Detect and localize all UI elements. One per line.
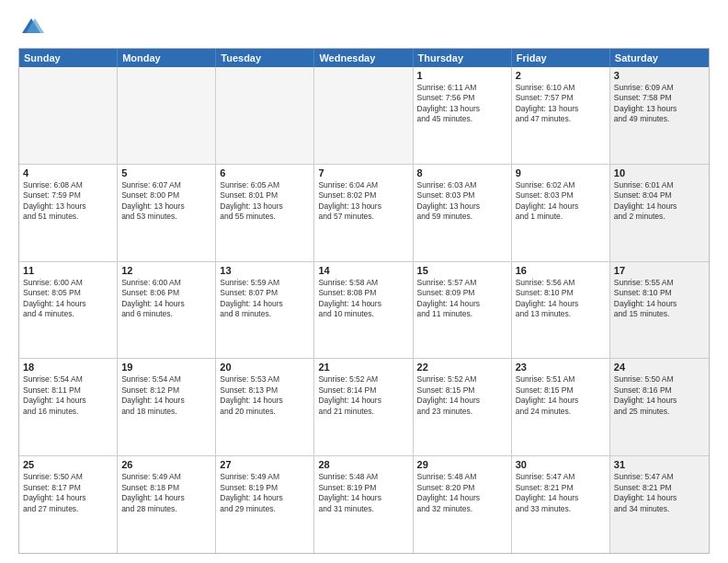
day-8: 8Sunrise: 6:03 AM Sunset: 8:03 PM Daylig… bbox=[414, 165, 512, 261]
day-13: 13Sunrise: 5:59 AM Sunset: 8:07 PM Dayli… bbox=[216, 262, 314, 359]
calendar: SundayMondayTuesdayWednesdayThursdayFrid… bbox=[18, 48, 710, 554]
logo-icon bbox=[18, 15, 44, 40]
day-23: 23Sunrise: 5:51 AM Sunset: 8:15 PM Dayli… bbox=[512, 359, 610, 455]
day-18: 18Sunrise: 5:54 AM Sunset: 8:11 PM Dayli… bbox=[19, 359, 118, 455]
day-15: 15Sunrise: 5:57 AM Sunset: 8:09 PM Dayli… bbox=[414, 262, 512, 359]
day-26: 26Sunrise: 5:49 AM Sunset: 8:18 PM Dayli… bbox=[118, 456, 216, 553]
day-info: Sunrise: 5:47 AM Sunset: 8:21 PM Dayligh… bbox=[614, 472, 705, 514]
day-info: Sunrise: 6:02 AM Sunset: 8:03 PM Dayligh… bbox=[516, 180, 606, 223]
day-info: Sunrise: 5:48 AM Sunset: 8:19 PM Dayligh… bbox=[318, 472, 408, 514]
calendar-row-3: 11Sunrise: 6:00 AM Sunset: 8:05 PM Dayli… bbox=[19, 261, 709, 359]
calendar-row-2: 4Sunrise: 6:08 AM Sunset: 7:59 PM Daylig… bbox=[19, 164, 709, 261]
calendar-body: 1Sunrise: 6:11 AM Sunset: 7:56 PM Daylig… bbox=[19, 67, 709, 553]
header-sunday: Sunday bbox=[19, 49, 118, 67]
day-number: 29 bbox=[417, 459, 507, 470]
day-28: 28Sunrise: 5:48 AM Sunset: 8:19 PM Dayli… bbox=[314, 456, 413, 553]
logo bbox=[18, 15, 48, 40]
day-number: 13 bbox=[220, 265, 310, 276]
day-info: Sunrise: 5:47 AM Sunset: 8:21 PM Dayligh… bbox=[516, 472, 606, 514]
day-number: 17 bbox=[614, 265, 705, 276]
day-1: 1Sunrise: 6:11 AM Sunset: 7:56 PM Daylig… bbox=[414, 67, 512, 164]
empty-cell bbox=[216, 67, 314, 164]
day-number: 12 bbox=[121, 265, 211, 276]
day-number: 26 bbox=[121, 459, 211, 470]
day-number: 4 bbox=[23, 167, 113, 178]
day-11: 11Sunrise: 6:00 AM Sunset: 8:05 PM Dayli… bbox=[19, 262, 118, 359]
day-24: 24Sunrise: 5:50 AM Sunset: 8:16 PM Dayli… bbox=[610, 359, 709, 455]
day-21: 21Sunrise: 5:52 AM Sunset: 8:14 PM Dayli… bbox=[314, 359, 413, 455]
day-number: 14 bbox=[318, 265, 408, 276]
day-number: 24 bbox=[614, 362, 705, 373]
day-number: 25 bbox=[23, 459, 113, 470]
day-10: 10Sunrise: 6:01 AM Sunset: 8:04 PM Dayli… bbox=[610, 165, 709, 261]
day-9: 9Sunrise: 6:02 AM Sunset: 8:03 PM Daylig… bbox=[512, 165, 610, 261]
day-16: 16Sunrise: 5:56 AM Sunset: 8:10 PM Dayli… bbox=[512, 262, 610, 359]
page: SundayMondayTuesdayWednesdayThursdayFrid… bbox=[0, 0, 728, 563]
day-27: 27Sunrise: 5:49 AM Sunset: 8:19 PM Dayli… bbox=[216, 456, 314, 553]
day-17: 17Sunrise: 5:55 AM Sunset: 8:10 PM Dayli… bbox=[610, 262, 709, 359]
empty-cell bbox=[118, 67, 216, 164]
day-info: Sunrise: 6:09 AM Sunset: 7:58 PM Dayligh… bbox=[614, 83, 705, 125]
day-info: Sunrise: 6:11 AM Sunset: 7:56 PM Dayligh… bbox=[417, 83, 507, 125]
day-22: 22Sunrise: 5:52 AM Sunset: 8:15 PM Dayli… bbox=[414, 359, 512, 455]
header-thursday: Thursday bbox=[414, 49, 512, 67]
day-info: Sunrise: 6:07 AM Sunset: 8:00 PM Dayligh… bbox=[121, 180, 211, 223]
header-friday: Friday bbox=[512, 49, 610, 67]
day-4: 4Sunrise: 6:08 AM Sunset: 7:59 PM Daylig… bbox=[19, 165, 118, 261]
day-info: Sunrise: 5:56 AM Sunset: 8:10 PM Dayligh… bbox=[516, 278, 606, 320]
day-number: 30 bbox=[516, 459, 606, 470]
header bbox=[18, 15, 710, 40]
day-info: Sunrise: 5:59 AM Sunset: 8:07 PM Dayligh… bbox=[220, 278, 310, 320]
day-info: Sunrise: 5:52 AM Sunset: 8:15 PM Dayligh… bbox=[417, 374, 507, 417]
day-info: Sunrise: 6:10 AM Sunset: 7:57 PM Dayligh… bbox=[516, 83, 606, 125]
day-info: Sunrise: 5:50 AM Sunset: 8:17 PM Dayligh… bbox=[23, 472, 113, 514]
day-3: 3Sunrise: 6:09 AM Sunset: 7:58 PM Daylig… bbox=[610, 67, 709, 164]
day-info: Sunrise: 5:58 AM Sunset: 8:08 PM Dayligh… bbox=[318, 278, 408, 320]
day-19: 19Sunrise: 5:54 AM Sunset: 8:12 PM Dayli… bbox=[118, 359, 216, 455]
day-info: Sunrise: 6:00 AM Sunset: 8:06 PM Dayligh… bbox=[121, 278, 211, 320]
calendar-row-1: 1Sunrise: 6:11 AM Sunset: 7:56 PM Daylig… bbox=[19, 67, 709, 164]
day-14: 14Sunrise: 5:58 AM Sunset: 8:08 PM Dayli… bbox=[314, 262, 413, 359]
day-number: 31 bbox=[614, 459, 705, 470]
day-number: 28 bbox=[318, 459, 408, 470]
day-info: Sunrise: 5:52 AM Sunset: 8:14 PM Dayligh… bbox=[318, 374, 408, 417]
day-7: 7Sunrise: 6:04 AM Sunset: 8:02 PM Daylig… bbox=[314, 165, 413, 261]
day-number: 10 bbox=[614, 167, 705, 178]
calendar-row-5: 25Sunrise: 5:50 AM Sunset: 8:17 PM Dayli… bbox=[19, 455, 709, 553]
day-number: 2 bbox=[516, 70, 606, 81]
empty-cell bbox=[314, 67, 413, 164]
day-info: Sunrise: 6:00 AM Sunset: 8:05 PM Dayligh… bbox=[23, 278, 113, 320]
day-number: 5 bbox=[121, 167, 211, 178]
day-info: Sunrise: 6:04 AM Sunset: 8:02 PM Dayligh… bbox=[318, 180, 408, 223]
day-number: 19 bbox=[121, 362, 211, 373]
day-info: Sunrise: 5:51 AM Sunset: 8:15 PM Dayligh… bbox=[516, 374, 606, 417]
day-number: 9 bbox=[516, 167, 606, 178]
day-29: 29Sunrise: 5:48 AM Sunset: 8:20 PM Dayli… bbox=[414, 456, 512, 553]
header-saturday: Saturday bbox=[610, 49, 709, 67]
day-number: 11 bbox=[23, 265, 113, 276]
header-monday: Monday bbox=[118, 49, 216, 67]
day-info: Sunrise: 5:54 AM Sunset: 8:11 PM Dayligh… bbox=[23, 374, 113, 417]
day-number: 16 bbox=[516, 265, 606, 276]
day-30: 30Sunrise: 5:47 AM Sunset: 8:21 PM Dayli… bbox=[512, 456, 610, 553]
day-info: Sunrise: 5:53 AM Sunset: 8:13 PM Dayligh… bbox=[220, 374, 310, 417]
day-20: 20Sunrise: 5:53 AM Sunset: 8:13 PM Dayli… bbox=[216, 359, 314, 455]
day-31: 31Sunrise: 5:47 AM Sunset: 8:21 PM Dayli… bbox=[610, 456, 709, 553]
day-5: 5Sunrise: 6:07 AM Sunset: 8:00 PM Daylig… bbox=[118, 165, 216, 261]
day-number: 20 bbox=[220, 362, 310, 373]
header-tuesday: Tuesday bbox=[216, 49, 314, 67]
day-12: 12Sunrise: 6:00 AM Sunset: 8:06 PM Dayli… bbox=[118, 262, 216, 359]
day-number: 27 bbox=[220, 459, 310, 470]
day-number: 3 bbox=[614, 70, 705, 81]
day-info: Sunrise: 6:01 AM Sunset: 8:04 PM Dayligh… bbox=[614, 180, 705, 223]
day-number: 8 bbox=[417, 167, 507, 178]
day-number: 6 bbox=[220, 167, 310, 178]
day-info: Sunrise: 5:49 AM Sunset: 8:18 PM Dayligh… bbox=[121, 472, 211, 514]
day-25: 25Sunrise: 5:50 AM Sunset: 8:17 PM Dayli… bbox=[19, 456, 118, 553]
day-info: Sunrise: 6:05 AM Sunset: 8:01 PM Dayligh… bbox=[220, 180, 310, 223]
day-info: Sunrise: 6:03 AM Sunset: 8:03 PM Dayligh… bbox=[417, 180, 507, 223]
day-info: Sunrise: 5:50 AM Sunset: 8:16 PM Dayligh… bbox=[614, 374, 705, 417]
day-info: Sunrise: 6:08 AM Sunset: 7:59 PM Dayligh… bbox=[23, 180, 113, 223]
day-number: 1 bbox=[417, 70, 507, 81]
day-number: 15 bbox=[417, 265, 507, 276]
